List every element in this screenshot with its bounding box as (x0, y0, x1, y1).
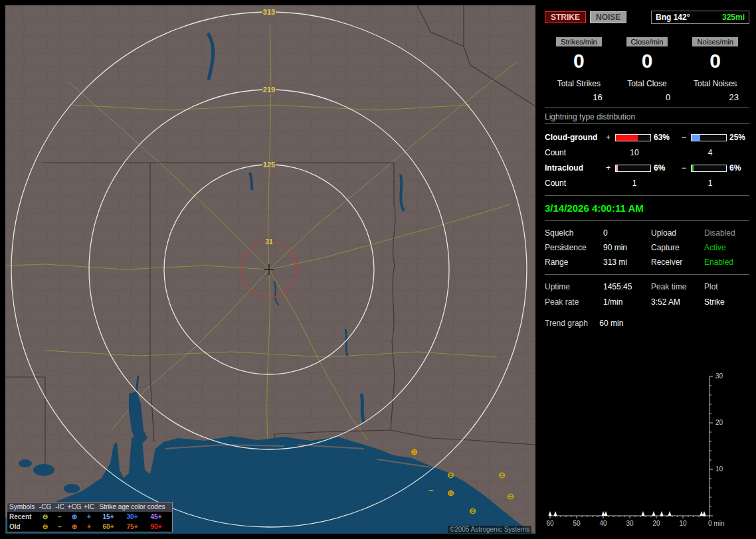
pos-cg-recent-icon: ⊕ (67, 512, 82, 522)
plus-sign: + (606, 133, 615, 142)
persistence-value: 90 min (603, 243, 651, 252)
ic-minus-bar (691, 165, 727, 172)
squelch-label: Squelch (545, 228, 603, 238)
trend-graph-container: 6050403020100 min102030 (545, 359, 749, 534)
svg-text:0 min: 0 min (708, 520, 724, 527)
divider (545, 220, 749, 221)
plus-sign: + (606, 163, 615, 173)
ic-plus-count: 1 (615, 179, 654, 188)
age-75: 75+ (120, 522, 144, 532)
capture-label: Capture (651, 243, 704, 252)
svg-text:10: 10 (679, 520, 687, 527)
age-90: 90+ (144, 522, 168, 532)
legend-row-old: Old ⊖ − ⊕ + 60+ 75+ 90+ (7, 522, 172, 532)
total-close-label: Total Close (613, 79, 682, 88)
total-noises-label: Total Noises (681, 79, 749, 88)
cg-minus-bar (691, 134, 727, 141)
neg-ic-old-icon: − (52, 522, 67, 532)
settings-grid: Squelch 0 Upload Disabled Persistence 90… (545, 228, 749, 267)
uptime-label: Uptime (545, 282, 603, 291)
legend-row-recent: Recent ⊖ − ⊕ + 15+ 30+ 45+ (7, 512, 172, 522)
intracloud-count-row: Count 1 1 (545, 176, 749, 191)
age-30: 30+ (120, 512, 144, 522)
age-15: 15+ (96, 512, 120, 522)
trend-graph: 6050403020100 min102030 (545, 359, 749, 532)
svg-text:60: 60 (546, 520, 554, 527)
intracloud-row: Intracloud + 6% − 6% (545, 160, 749, 176)
svg-text:30: 30 (626, 520, 634, 527)
status-panel: STRIKE NOISE Bng 142° 325mi Strikes/min … (541, 5, 752, 534)
noises-per-min-value: 0 (681, 50, 749, 72)
legend-old-label: Old (7, 522, 38, 532)
svg-text:20: 20 (652, 520, 660, 527)
map-geography: 313 219 125 31 (5, 5, 535, 534)
legend-col-pos-cg: +CG (67, 502, 82, 512)
divider (545, 195, 749, 196)
map-view[interactable]: 313 219 125 31 ⊕⊖⊖−⊕⊖⊖ Symbols -CG -IC +… (5, 5, 535, 534)
range-ring-label-125: 125 (263, 161, 275, 169)
total-close-value: 0 (613, 92, 682, 102)
close-per-min-chip: Close/min (626, 37, 668, 46)
current-datetime: 3/14/2026 4:00:11 AM (545, 202, 749, 214)
plot-value: Strike (704, 297, 749, 307)
map-legend: Symbols -CG -IC +CG +IC Strike age color… (7, 502, 173, 532)
ic-plus-bar-fill (616, 165, 618, 171)
range-ring-label-219: 219 (263, 86, 275, 94)
persistence-label: Persistence (545, 243, 603, 252)
legend-col-neg-cg: -CG (38, 502, 52, 512)
capture-status: Active (704, 243, 749, 252)
noise-indicator: NOISE (590, 11, 626, 23)
cg-plus-bar (615, 134, 651, 141)
pos-ic-old-icon: + (82, 522, 96, 532)
age-45: 45+ (144, 512, 168, 522)
pos-cg-old-icon: ⊕ (67, 522, 82, 532)
pos-ic-recent-icon: + (82, 512, 96, 522)
copyright: ©2005 Astrogenic Systems (448, 526, 531, 533)
upload-label: Upload (651, 228, 704, 238)
svg-text:10: 10 (715, 465, 723, 473)
total-noises-value: 23 (681, 92, 749, 102)
cg-minus-bar-fill (692, 135, 700, 141)
age-60: 60+ (96, 522, 120, 532)
cloud-ground-row: Cloud-ground + 63% − 25% (545, 129, 749, 145)
svg-text:20: 20 (715, 419, 723, 426)
trend-graph-label: Trend graph (545, 319, 588, 328)
bearing-box: Bng 142° 325mi (651, 11, 749, 24)
strikes-per-min-value: 0 (545, 50, 613, 72)
trend-graph-header: Trend graph 60 min (545, 319, 749, 328)
count-label: Count (545, 148, 606, 157)
cg-plus-pct: 63% (654, 133, 682, 142)
close-per-min-value: 0 (613, 50, 682, 72)
total-strikes-value: 16 (545, 92, 613, 102)
cg-minus-pct: 25% (729, 133, 753, 142)
strike-indicator: STRIKE (545, 11, 586, 23)
distribution-title: Lightning type distribution (545, 112, 749, 124)
noises-per-min-chip: Noises/min (692, 37, 737, 46)
upload-status: Disabled (704, 228, 749, 238)
trend-window-value: 60 min (599, 319, 623, 328)
peak-time-label: Peak time (651, 282, 704, 291)
minus-sign: − (682, 133, 691, 142)
legend-recent-label: Recent (7, 512, 38, 522)
neg-cg-old-icon: ⊖ (38, 522, 52, 532)
bearing-distance: 325mi (722, 13, 745, 22)
svg-text:50: 50 (573, 520, 581, 527)
ic-plus-pct: 6% (654, 163, 682, 173)
legend-symbols-header: Symbols (7, 502, 38, 512)
legend-col-neg-ic: -IC (52, 502, 67, 512)
rate-counter-chips: Strikes/min Close/min Noises/min 0 0 0 T… (545, 37, 749, 102)
range-label: Range (545, 258, 603, 267)
count-label: Count (545, 179, 606, 188)
peak-rate-value: 1/min (603, 297, 651, 307)
receiver-status: Enabled (704, 258, 749, 267)
plot-label: Plot (704, 282, 749, 291)
stats-grid: Uptime 1455:45 Peak time Plot Peak rate … (545, 282, 749, 307)
total-strikes-label: Total Strikes (545, 79, 613, 88)
lightning-detector-app: 313 219 125 31 ⊕⊖⊖−⊕⊖⊖ Symbols -CG -IC +… (0, 0, 756, 539)
bearing-value: Bng 142° (656, 13, 690, 22)
ic-minus-count: 1 (691, 179, 729, 188)
neg-cg-recent-icon: ⊖ (38, 512, 52, 522)
cloud-ground-label: Cloud-ground (545, 133, 606, 142)
legend-age-header: Strike age color codes (96, 502, 168, 512)
svg-text:30: 30 (715, 372, 723, 380)
